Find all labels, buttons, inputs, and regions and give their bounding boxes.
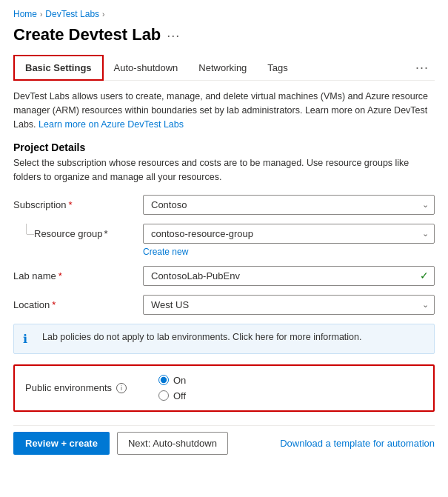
lab-name-input[interactable] xyxy=(143,266,435,286)
page-title-row: Create Devtest Lab ··· xyxy=(13,25,435,44)
indent-line xyxy=(13,224,34,235)
location-row: Location * West US ⌄ xyxy=(13,295,435,315)
lab-name-required: * xyxy=(58,270,62,281)
subscription-label: Subscription * xyxy=(13,195,143,210)
resource-group-required: * xyxy=(104,228,108,239)
resource-group-row: Resource group * contoso-resource-group … xyxy=(13,224,435,257)
tab-auto-shutdown[interactable]: Auto-shutdown xyxy=(104,56,189,79)
download-template-link[interactable]: Download a template for automation xyxy=(280,438,435,449)
breadcrumb-home[interactable]: Home xyxy=(13,9,37,19)
public-environments-info-icon[interactable]: i xyxy=(116,383,127,393)
tab-tags[interactable]: Tags xyxy=(257,56,298,79)
public-environments-label: Public environments i xyxy=(25,382,158,393)
breadcrumb-devtest[interactable]: DevTest Labs xyxy=(45,9,99,19)
breadcrumb: Home › DevTest Labs › xyxy=(13,9,435,19)
project-details-title: Project Details xyxy=(13,141,435,153)
public-environments-row: Public environments i On Off xyxy=(25,375,423,401)
resource-group-label: Resource group * xyxy=(34,224,108,239)
subscription-dropdown[interactable]: Contoso xyxy=(143,195,435,215)
tabs-bar: Basic Settings Auto-shutdown Networking … xyxy=(13,55,435,81)
public-environments-on[interactable]: On xyxy=(158,375,186,386)
location-dropdown-wrapper: West US ⌄ xyxy=(143,295,435,315)
location-control: West US ⌄ xyxy=(143,295,435,315)
lab-name-row: Lab name * ✓ xyxy=(13,266,435,286)
public-environments-box: Public environments i On Off xyxy=(13,364,435,412)
review-create-button[interactable]: Review + create xyxy=(13,432,110,455)
footer: Review + create Next: Auto-shutdown Down… xyxy=(13,425,435,455)
lab-name-check-icon: ✓ xyxy=(420,270,429,281)
resource-group-dropdown[interactable]: contoso-resource-group xyxy=(143,224,435,244)
subscription-required: * xyxy=(69,199,73,210)
lab-name-label: Lab name * xyxy=(13,266,143,281)
resource-group-control: contoso-resource-group ⌄ Create new xyxy=(143,224,435,257)
resource-group-indent: Resource group * xyxy=(13,224,143,239)
lab-name-control: ✓ xyxy=(143,266,435,286)
page-title: Create Devtest Lab xyxy=(13,25,161,44)
next-auto-shutdown-button[interactable]: Next: Auto-shutdown xyxy=(117,432,228,455)
info-banner-icon: ℹ xyxy=(23,332,36,346)
public-environments-off[interactable]: Off xyxy=(158,390,186,401)
location-required: * xyxy=(52,299,56,310)
public-environments-radio-group: On Off xyxy=(158,375,186,401)
tab-networking[interactable]: Networking xyxy=(188,56,257,79)
location-label: Location * xyxy=(13,295,143,310)
info-banner: ℹ Lab policies do not apply to lab envir… xyxy=(13,324,435,354)
subscription-row: Subscription * Contoso ⌄ xyxy=(13,195,435,215)
resource-group-dropdown-wrapper: contoso-resource-group ⌄ xyxy=(143,224,435,244)
learn-more-link[interactable]: Learn more on Azure DevTest Labs xyxy=(39,119,184,130)
breadcrumb-separator-2: › xyxy=(102,10,104,19)
breadcrumb-separator-1: › xyxy=(40,10,42,19)
tab-basic-settings[interactable]: Basic Settings xyxy=(13,55,104,81)
location-dropdown[interactable]: West US xyxy=(143,295,435,315)
public-environments-on-radio[interactable] xyxy=(158,375,169,385)
tab-description: DevTest Labs allows users to create, man… xyxy=(13,90,435,131)
create-new-link[interactable]: Create new xyxy=(143,247,435,257)
project-details-desc: Select the subscription whose resources … xyxy=(13,156,435,184)
public-environments-off-radio[interactable] xyxy=(158,390,169,401)
page-more-icon[interactable]: ··· xyxy=(167,28,180,44)
subscription-dropdown-wrapper: Contoso ⌄ xyxy=(143,195,435,215)
subscription-control: Contoso ⌄ xyxy=(143,195,435,215)
tabs-more-icon[interactable]: ··· xyxy=(409,57,435,79)
lab-name-input-wrapper: ✓ xyxy=(143,266,435,286)
info-banner-text: Lab policies do not apply to lab environ… xyxy=(42,332,361,342)
